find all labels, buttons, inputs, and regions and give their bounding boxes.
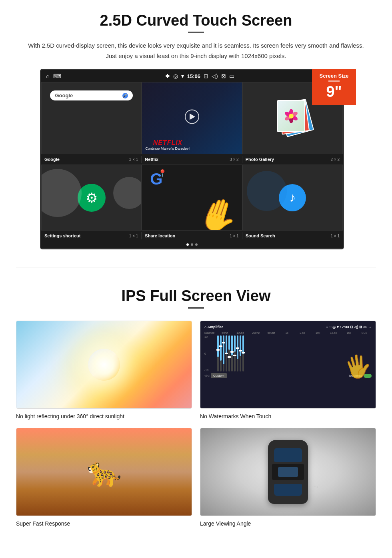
eq-minus10db: -10	[204, 369, 216, 371]
eq-thumb-7	[233, 355, 236, 356]
volume-icon: ◁)	[212, 73, 218, 79]
badge-divider	[328, 80, 340, 82]
status-left: ⌂ ⌨	[46, 73, 61, 79]
eq-10db: 10	[204, 335, 216, 338]
dot-1	[186, 243, 189, 246]
eq-fill-3	[223, 335, 224, 364]
pointing-hand-icon: 🤚	[193, 191, 242, 231]
netflix-overlay: NETFLIX Continue Marvel's Daredevil	[145, 139, 190, 151]
settings-app-cell[interactable]: ⚙	[41, 165, 142, 231]
eq-sub: SUB	[357, 331, 372, 334]
section-divider	[16, 267, 376, 267]
eq-fill-5	[228, 335, 230, 350]
sharelocation-label-cell: Share location 1 × 1	[142, 232, 242, 239]
gear-icon: ⚙	[86, 190, 98, 206]
sun-burst	[88, 349, 120, 381]
eq-thumb-9	[239, 350, 242, 351]
watermark-caption: No Watermarks When Touch	[200, 413, 271, 420]
section2-title: IPS Full Screen View	[24, 287, 368, 305]
google-logo: Google	[55, 92, 73, 98]
usb-icon: ⌨	[53, 73, 61, 79]
sound-search-cell[interactable]: ♪	[242, 165, 343, 231]
eq-slider-6[interactable]	[231, 335, 233, 371]
eq-side-labels: 10 0 -10	[204, 335, 372, 371]
car-top-view-container: →	[268, 440, 308, 504]
play-button[interactable]	[185, 109, 199, 124]
home-icon[interactable]: ⌂	[46, 73, 49, 79]
eq-slider-10[interactable]	[242, 335, 244, 371]
eq-custom-button[interactable]: Custom	[211, 373, 227, 378]
eq-thumb-6	[230, 351, 234, 353]
eq-slider-1[interactable]	[217, 335, 219, 371]
eq-thumb-2	[219, 345, 222, 347]
cheetah-background: 🐆	[16, 428, 192, 516]
screen-size-badge: Screen Size 9"	[312, 69, 356, 105]
badge-label: Screen Size	[315, 73, 353, 79]
google-search-bar[interactable]: Google 🎤	[50, 90, 132, 100]
music-note-icon: ♪	[289, 190, 296, 205]
app-grid-row2: ⚙ G 📍 🤚 ♪	[41, 165, 343, 231]
bg-circle3	[247, 171, 287, 211]
page-dot-indicator	[41, 241, 343, 248]
device-mockup: Screen Size 9" ⌂ ⌨ ✱ ◎ ▾ 15:06 ⊡ ◁) ⊠	[40, 69, 352, 249]
eq-freq-labels: Balance 60hz 100hz 200hz 500hz 1k 2.5k 1…	[204, 331, 372, 334]
netflix-logo: NETFLIX	[145, 139, 190, 147]
section-curved-screen: 2.5D Curved Touch Screen With 2.5D curve…	[0, 0, 392, 255]
eq-prev-icon[interactable]: ◁◁	[204, 374, 209, 377]
app-grid-row1: Google 🎤 NETFLIX Continue Marvel's Dared…	[41, 82, 343, 154]
feature-viewing-angle: → Large Viewing Angle	[200, 428, 376, 527]
eq-slider-9[interactable]	[240, 335, 241, 371]
photogallery-app-name: Photo Gallery	[246, 157, 274, 162]
google-label-cell: Google 3 × 1	[41, 156, 142, 163]
eq-slider-2[interactable]	[220, 335, 222, 371]
mic-icon[interactable]: 🎤	[122, 93, 128, 98]
share-location-cell[interactable]: G 📍 🤚	[142, 165, 242, 231]
eq-fill-10	[242, 335, 244, 354]
equalizer-image: ⌂ Amplifier ▪ ··· ◎ ▾ 17:33 ⊡ ◁) ⊠ ▭ → B…	[200, 321, 376, 409]
soundsearch-app-name: Sound Search	[246, 233, 275, 238]
car-background: →	[200, 428, 376, 516]
eq-slider-5[interactable]	[228, 335, 230, 371]
netflix-app-name: Netflix	[145, 157, 158, 162]
viewing-angle-caption: Large Viewing Angle	[200, 520, 251, 527]
feature-watermark: ⌂ Amplifier ▪ ··· ◎ ▾ 17:33 ⊡ ◁) ⊠ ▭ → B…	[200, 321, 376, 420]
settings-grid-size: 1 × 1	[129, 234, 138, 238]
soundsearch-label-cell: Sound Search 1 × 1	[242, 232, 343, 239]
section-ips: IPS Full Screen View	[0, 279, 392, 321]
eq-10k: 10k	[311, 331, 325, 334]
photogallery-label-cell: Photo Gallery 2 × 2	[242, 156, 343, 163]
netflix-app-cell[interactable]: NETFLIX Continue Marvel's Daredevil	[142, 82, 242, 154]
badge-size: 9"	[326, 83, 342, 100]
eq-slider-8[interactable]	[237, 335, 238, 371]
eq-slider-3[interactable]	[223, 335, 224, 371]
eq-thumb-8	[236, 347, 239, 349]
settings-label-cell: Settings shortcut 1 × 1	[41, 232, 142, 239]
sunlight-image	[16, 321, 192, 409]
eq-thumb-3	[222, 342, 225, 343]
fast-response-caption: Super Fast Response	[16, 520, 70, 527]
eq-slider-7[interactable]	[234, 335, 236, 371]
netflix-label-cell: Netflix 3 × 2	[142, 156, 242, 163]
eq-balance-label: Balance	[204, 331, 216, 334]
car-sunroof	[278, 467, 298, 477]
status-time: 15:06	[187, 73, 200, 79]
google-app-cell[interactable]: Google 🎤	[41, 82, 142, 154]
eq-thumb-10	[242, 352, 245, 353]
car-top-view	[268, 440, 308, 504]
photo-stack	[276, 100, 308, 136]
eq-fill-4	[226, 335, 227, 353]
eq-12-5k: 12.5k	[326, 331, 341, 334]
eq-fill-7	[234, 335, 236, 352]
dot-2	[191, 243, 193, 246]
status-center: ✱ ◎ ▾ 15:06 ⊡ ◁) ⊠ ▭	[165, 73, 234, 79]
car-roof-section	[272, 464, 304, 480]
sunlight-caption: No light reflecting under 360° direct su…	[16, 413, 124, 420]
section1-title: 2.5D Curved Touch Screen	[24, 12, 368, 29]
sharelocation-app-name: Share location	[145, 233, 175, 238]
car-image: →	[200, 428, 376, 516]
bg-circle1	[41, 169, 82, 217]
eq-fill-1	[217, 335, 219, 357]
photogallery-grid-size: 2 × 2	[330, 157, 340, 162]
section1-description: With 2.5D curved-display screen, this de…	[24, 40, 368, 61]
eq-slider-4[interactable]	[226, 335, 227, 371]
